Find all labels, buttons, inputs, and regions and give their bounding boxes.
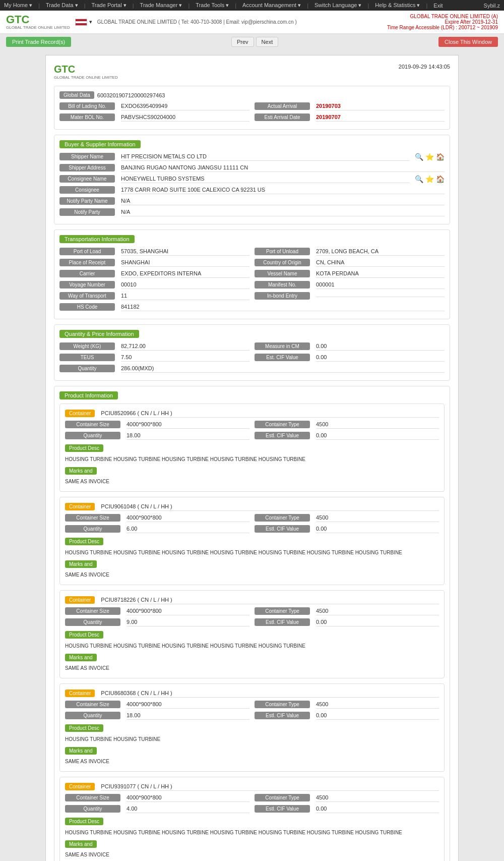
container1-size-row: Container Size 4000*900*800 Container Ty…: [65, 420, 439, 431]
container2-marks-text: SAME AS INVOICE: [65, 572, 439, 578]
vessel-name-label: Vessel Name: [255, 270, 310, 277]
container1-qty-label: Quantity: [65, 432, 120, 439]
container5-type-right: Container Type 4500: [255, 793, 439, 802]
nav-my-home[interactable]: My Home ▾: [4, 2, 32, 9]
place-receipt-label: Place of Receipt: [59, 259, 115, 266]
nav-switch-language[interactable]: Switch Language ▾: [314, 2, 361, 9]
consignee-home-icon[interactable]: 🏠: [436, 175, 445, 183]
consignee-search-icon[interactable]: 🔍: [415, 175, 423, 183]
time-range: Time Range Accessible (LDR) : 200712 ~ 2…: [387, 25, 498, 30]
nav-trade-data[interactable]: Trade Data ▾: [46, 2, 78, 9]
nav-trade-manager[interactable]: Trade Manager ▾: [140, 2, 182, 9]
container4-value: PCIU8680368 ( CN / L / HH ): [101, 689, 439, 698]
close-button-top[interactable]: Close This Window: [438, 37, 498, 47]
shipper-name-row: Shipper Name HIT PRECISION METALS CO LTD…: [59, 152, 445, 161]
container4-type-right: Container Type 4500: [255, 700, 439, 709]
bol-right: Actual Arrival 20190703: [255, 102, 445, 113]
shipper-address-value: BANJING RUGAO NANTONG JIANGSU 11111 CN: [121, 163, 445, 172]
nav-help-statistics[interactable]: Help & Statistics ▾: [375, 2, 420, 9]
container5-type-value: 4500: [316, 793, 439, 802]
carrier-row: Carrier EXDO, EXPEDITORS INTERNA Vessel …: [59, 269, 445, 280]
toolbar: Print Trade Record(s) Prev Next Close Th…: [0, 34, 504, 50]
country-origin-label: Country of Origin: [255, 259, 310, 266]
consignee-value: 1778 CARR ROAD SUITE 100E CALEXICO CA 92…: [121, 186, 445, 194]
consignee-star-icon[interactable]: ⭐: [425, 175, 434, 183]
container-3-section: Container PCIU8718226 ( CN / L / HH ) Co…: [59, 590, 445, 678]
hs-code-label: HS Code: [59, 303, 115, 311]
weight-left: Weight (KG) 82,712.00: [59, 342, 249, 351]
nav-trade-portal[interactable]: Trade Portal ▾: [92, 2, 127, 9]
container1-product-desc-area: Product Desc HOUSING TURBINE HOUSING TUR…: [65, 442, 439, 463]
container3-name-row: Container PCIU8718226 ( CN / L / HH ): [65, 596, 439, 604]
nav-sep6: |: [307, 3, 308, 9]
notify-party-name-row: Notify Party Name N/A: [59, 197, 445, 205]
container4-product-desc-text: HOUSING TURBINE HOUSING TURBINE: [65, 736, 439, 743]
container4-qty-left: Quantity 18.00: [65, 711, 249, 720]
esti-arrival-value: 20190707: [316, 113, 445, 122]
container1-product-label: Product Desc: [65, 444, 103, 452]
container-1-section: Container PCIU8520966 ( CN / L / HH ) Co…: [59, 404, 445, 492]
consignee-row: Consignee 1778 CARR ROAD SUITE 100E CALE…: [59, 186, 445, 194]
nav-exit[interactable]: Exit: [433, 3, 443, 9]
container2-cif-value: 0.00: [316, 525, 439, 533]
container2-size-row: Container Size 4000*900*800 Container Ty…: [65, 513, 439, 525]
nav-trade-tools[interactable]: Trade Tools ▾: [196, 2, 229, 9]
transportation-label: Transportation Information: [59, 235, 135, 243]
measure-right: Measure in CM 0.00: [255, 342, 445, 351]
nav-account-management[interactable]: Account Management ▾: [242, 2, 301, 9]
container1-type-right: Container Type 4500: [255, 420, 439, 429]
container3-marks-label: Marks and: [65, 654, 97, 661]
quantity-main-value: 286.00(MXD): [121, 364, 445, 373]
logo-text: GTC: [6, 14, 70, 25]
esti-arrival-label: Esti Arrival Date: [255, 113, 310, 121]
next-button-top[interactable]: Next: [256, 37, 279, 47]
teus-row: TEUS 7.50 Est. CIF Value 0.00: [59, 353, 445, 364]
carrier-left: Carrier EXDO, EXPEDITORS INTERNA: [59, 269, 249, 278]
container1-size-left: Container Size 4000*900*800: [65, 420, 249, 429]
container3-label: Container: [65, 596, 95, 604]
nav-sep5: |: [235, 3, 236, 9]
container1-cif-right: Estl. CIF Value 0.00: [255, 431, 439, 440]
container1-marks-label: Marks and: [65, 467, 97, 475]
container1-qty-row: Quantity 18.00 Estl. CIF Value 0.00: [65, 431, 439, 442]
expire-label: GLOBAL TRADE ONLINE LIMITED (A): [387, 14, 498, 19]
shipper-icons: 🔍 ⭐ 🏠: [415, 153, 445, 161]
port-unload-label: Port of Unload: [255, 248, 310, 255]
container3-qty-row: Quantity 9.00 Estl. CIF Value 0.00: [65, 618, 439, 629]
mater-bol-row: Mater BOL No. PABVSHCS90204000 Esti Arri…: [59, 113, 445, 124]
container4-size-left: Container Size 4000*900*800: [65, 700, 249, 709]
container5-size-row: Container Size 4000*900*800 Container Ty…: [65, 793, 439, 805]
home-icon[interactable]: 🏠: [436, 153, 445, 161]
container2-qty-left: Quantity 6.00: [65, 525, 249, 533]
prev-button-top[interactable]: Prev: [231, 37, 254, 47]
container2-type-label: Container Type: [255, 514, 310, 522]
container5-qty-label: Quantity: [65, 805, 120, 813]
container2-name-row: Container PCIU9061048 ( CN / L / HH ): [65, 502, 439, 511]
container2-marks-label: Marks and: [65, 560, 97, 568]
consignee-name-value: HONEYWELL TURBO SYSTEMS: [121, 175, 410, 183]
container2-size-value: 4000*900*800: [127, 513, 249, 522]
voyage-value: 00010: [121, 280, 249, 289]
way-transport-value: 11: [121, 292, 249, 300]
manifest-value: 000001: [316, 280, 445, 289]
container5-name-row: Container PCIU9391077 ( CN / L / HH ): [65, 782, 439, 791]
star-icon[interactable]: ⭐: [425, 153, 434, 161]
container4-cif-right: Estl. CIF Value 0.00: [255, 711, 439, 720]
print-button-top[interactable]: Print Trade Record(s): [6, 37, 71, 47]
nav-sep8: |: [426, 3, 427, 9]
consignee-label: Consignee: [59, 186, 115, 194]
product-information-section: Product Information Container PCIU852096…: [54, 386, 450, 861]
main-content: GTC GLOBAL TRADE ONLINE LIMITED 2019-09-…: [45, 55, 459, 861]
container3-type-label: Container Type: [255, 607, 310, 615]
measure-value: 0.00: [316, 342, 445, 351]
search-icon[interactable]: 🔍: [415, 153, 423, 161]
container2-size-left: Container Size 4000*900*800: [65, 513, 249, 522]
shipper-name-label: Shipper Name: [59, 153, 115, 160]
port-load-row: Port of Load 57035, SHANGHAI Port of Unl…: [59, 247, 445, 258]
container1-type-value: 4500: [316, 420, 439, 429]
container3-type-right: Container Type 4500: [255, 607, 439, 615]
container5-marks-text: SAME AS INVOICE: [65, 852, 439, 857]
est-cif-right: Est. CIF Value 0.00: [255, 353, 445, 362]
container1-size-value: 4000*900*800: [127, 420, 249, 429]
container1-qty-left: Quantity 18.00: [65, 431, 249, 440]
